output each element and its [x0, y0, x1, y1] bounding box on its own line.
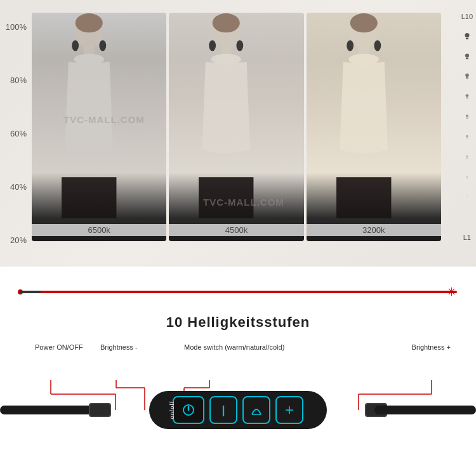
l-bottom-label: L1 [463, 234, 471, 241]
label-brightness-plus: Brightness + [412, 343, 451, 351]
svg-rect-30 [466, 117, 468, 118]
l-top-label: L10 [461, 13, 473, 20]
slider-dot-right: ✳ [444, 285, 458, 299]
svg-rect-40 [466, 218, 467, 218]
y-label-60: 60% [10, 129, 27, 138]
photo-panel-cool: 6500k [32, 13, 166, 241]
label-mode-switch: Mode switch (warm/natural/cold) [184, 343, 284, 351]
svg-point-19 [374, 40, 381, 51]
svg-point-23 [465, 53, 469, 57]
slider-area: ✳ [0, 273, 476, 311]
bulb-2 [463, 193, 472, 202]
svg-point-5 [99, 40, 106, 51]
svg-point-25 [465, 74, 469, 77]
brightness-plus-button[interactable]: + [275, 396, 303, 424]
cable-connector-left [89, 403, 111, 417]
comparison-section: 100% 80% 60% 40% 20% [0, 0, 476, 267]
svg-point-12 [237, 40, 244, 51]
bulb-8 [463, 72, 472, 81]
bulb-5 [463, 133, 472, 142]
label-power: Power ON/OFF [35, 343, 83, 351]
svg-point-11 [209, 40, 216, 51]
svg-rect-32 [466, 138, 468, 138]
power-button[interactable] [173, 396, 204, 424]
svg-point-39 [466, 216, 468, 218]
svg-point-1 [76, 13, 103, 32]
y-label-40: 40% [10, 182, 27, 192]
brightness-minus-button[interactable]: | [209, 396, 237, 424]
svg-rect-38 [466, 197, 468, 198]
bulb-4 [463, 153, 472, 162]
label-device-wrapper: Power ON/OFF Brightness - Mode switch (w… [0, 343, 476, 445]
y-label-80: 80% [10, 76, 27, 85]
svg-rect-13 [199, 177, 253, 218]
svg-point-15 [350, 13, 377, 32]
brightness-steps-label: 10 Helligkeitsstufen [166, 314, 310, 331]
bulb-6 [463, 112, 472, 121]
onoff-label: on/off [169, 401, 175, 419]
svg-rect-6 [62, 177, 116, 218]
bulb-3 [463, 173, 472, 182]
photo-panel-neutral: 4500k [169, 13, 303, 241]
svg-point-8 [213, 13, 240, 32]
svg-rect-22 [466, 38, 468, 39]
controls-section: ✳ 10 Helligkeitsstufen Power ON/OFF Brig… [0, 267, 476, 476]
svg-point-4 [72, 40, 79, 51]
panel-label-cool: 6500k [32, 224, 166, 236]
svg-rect-26 [466, 78, 468, 79]
svg-point-35 [466, 176, 468, 178]
y-label-20: 20% [10, 235, 27, 245]
photo-panel-warm: 3200k [307, 13, 441, 241]
svg-point-21 [465, 33, 469, 37]
photo-panels: 6500k 4500k [32, 13, 441, 241]
svg-point-33 [466, 155, 468, 158]
bulb-7 [463, 92, 472, 101]
panel-label-neutral: 4500k [169, 224, 303, 236]
svg-rect-36 [466, 178, 468, 178]
l-scale: L10 L1 [461, 13, 473, 241]
svg-point-31 [466, 135, 468, 138]
svg-point-18 [347, 40, 354, 51]
bulb-1 [463, 213, 472, 222]
svg-rect-28 [466, 98, 468, 99]
svg-point-37 [466, 196, 468, 198]
person-figure-neutral [169, 13, 283, 218]
svg-rect-24 [466, 58, 468, 59]
y-axis: 100% 80% 60% 40% 20% [0, 0, 32, 267]
y-label-100: 100% [6, 22, 27, 32]
person-figure-warm [307, 13, 421, 218]
cable-left [0, 406, 102, 414]
person-figure-cool [32, 13, 146, 218]
panel-label-warm: 3200k [307, 224, 441, 236]
mode-switch-button[interactable] [242, 396, 270, 424]
star-icon: ✳ [447, 285, 456, 299]
svg-point-29 [466, 115, 468, 117]
device-body: on/off | [149, 391, 327, 429]
svg-point-27 [465, 94, 468, 97]
slider-track[interactable] [19, 291, 457, 293]
bulb-10 [463, 32, 472, 41]
svg-rect-20 [336, 177, 391, 218]
label-brightness-minus: Brightness - [100, 343, 138, 351]
device-area: on/off | [0, 375, 476, 445]
bulb-9 [463, 52, 472, 61]
device-labels: Power ON/OFF Brightness - Mode switch (w… [0, 343, 476, 375]
cable-right [374, 406, 476, 414]
svg-rect-34 [466, 157, 468, 158]
